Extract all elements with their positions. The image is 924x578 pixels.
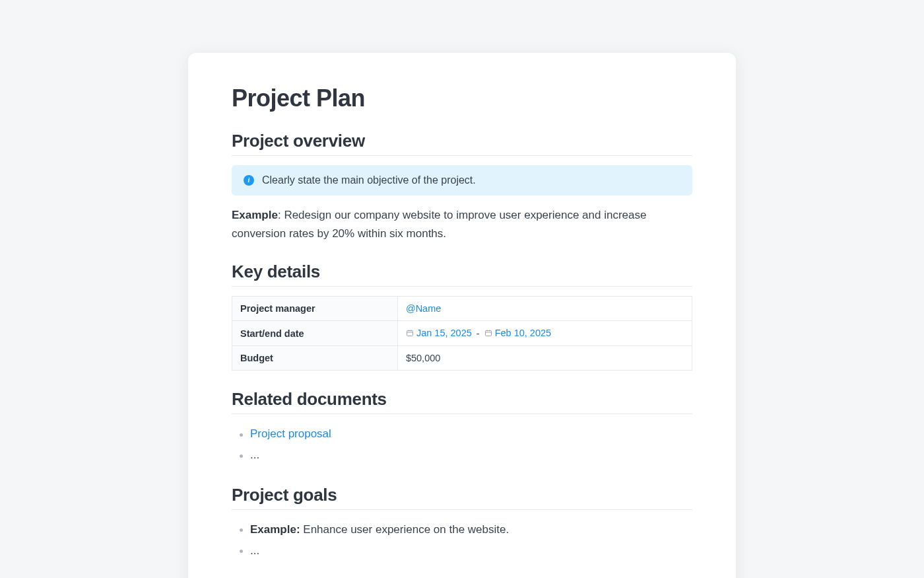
related-docs-list: Project proposal ... [232,423,692,466]
overview-example-paragraph: Example: Redesign our company website to… [232,206,692,243]
section-heading-goals: Project goals [232,485,692,510]
info-callout: Clearly state the main objective of the … [232,165,692,196]
list-item: Example: Enhance user experience on the … [240,519,692,540]
key-details-table: Project manager @Name Start/end date Jan… [232,296,692,371]
manager-label: Project manager [232,297,398,321]
list-item: Project proposal [240,423,692,445]
budget-label: Budget [232,346,398,371]
budget-value: $50,000 [397,346,692,371]
end-date-chip[interactable]: Feb 10, 2025 [484,328,551,338]
section-heading-key-details: Key details [232,262,692,287]
goals-list: Example: Enhance user experience on the … [232,519,692,562]
svg-rect-4 [485,331,491,336]
section-heading-related: Related documents [232,389,692,414]
goal-example-text: Enhance user experience on the website. [300,523,510,536]
manager-value-cell: @Name [397,297,692,321]
goal-example-label: Example: [250,523,300,536]
svg-rect-0 [407,331,412,336]
start-date-chip[interactable]: Jan 15, 2025 [406,328,472,338]
end-date-text: Feb 10, 2025 [495,328,551,338]
dates-value-cell: Jan 15, 2025 - Feb 10, 2025 [397,321,692,346]
related-doc-link[interactable]: Project proposal [250,427,331,440]
example-text: : Redesign our company website to improv… [232,209,646,240]
list-item-placeholder: ... [240,540,692,561]
table-row: Budget $50,000 [232,346,692,371]
calendar-icon [406,329,414,337]
document-card: Project Plan Project overview Clearly st… [188,53,736,578]
date-separator: - [475,328,484,339]
calendar-icon [484,329,492,337]
table-row: Project manager @Name [232,297,692,321]
example-label: Example [232,209,278,221]
callout-text: Clearly state the main objective of the … [262,174,476,186]
table-row: Start/end date Jan 15, 2025 - Feb 10, 20… [232,321,692,346]
info-icon [244,175,254,186]
list-item-placeholder: ... [240,445,692,466]
start-date-text: Jan 15, 2025 [416,328,472,338]
page-title: Project Plan [232,85,692,112]
dates-label: Start/end date [232,321,398,346]
mention-link[interactable]: @Name [406,303,441,314]
section-heading-overview: Project overview [232,131,692,156]
